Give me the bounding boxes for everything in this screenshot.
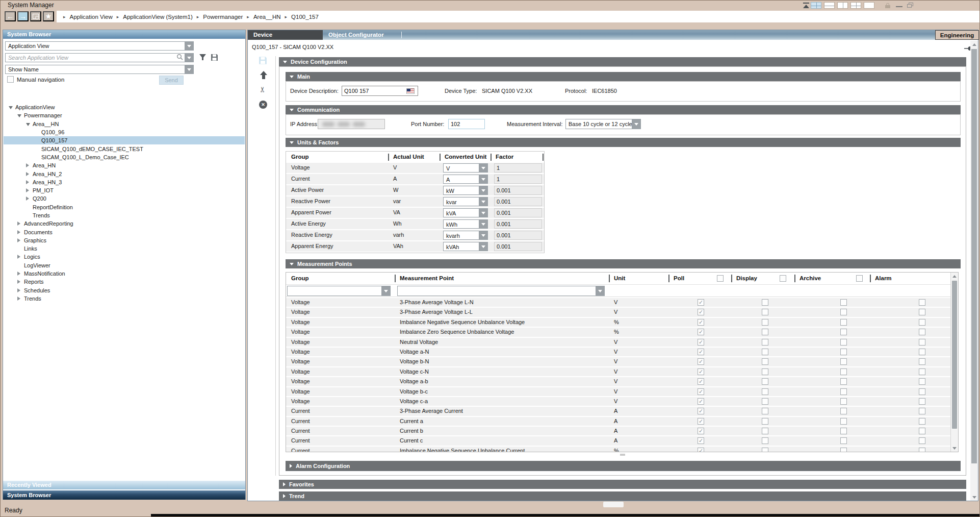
alarm-checkbox[interactable] (919, 388, 925, 395)
alarm-checkbox[interactable] (919, 398, 925, 405)
display-checkbox[interactable] (762, 398, 768, 405)
poll-checkbox[interactable]: ✓ (698, 309, 704, 315)
archive-checkbox[interactable] (840, 448, 847, 452)
section-units-factors[interactable]: Units & Factors (286, 138, 961, 147)
layout-single-button[interactable] (864, 2, 874, 9)
column-display-select-all-checkbox[interactable] (780, 275, 786, 282)
tree-collapsed-icon[interactable] (17, 237, 24, 243)
search-options-chevron-icon[interactable] (185, 54, 193, 62)
forward-button[interactable]: → (17, 11, 29, 21)
save-filter-icon[interactable] (211, 54, 219, 62)
archive-checkbox[interactable] (840, 437, 847, 444)
section-favorites[interactable]: Favorites (279, 480, 966, 489)
measurement-interval-select[interactable]: Base 10 cycle or 12 cycle (565, 119, 641, 129)
horizontal-scrollbar-thumb[interactable] (603, 502, 624, 507)
tree-collapsed-icon[interactable] (26, 162, 33, 168)
poll-checkbox[interactable]: ✓ (698, 319, 704, 326)
poll-checkbox[interactable]: ✓ (698, 448, 704, 452)
tree-item-logviewer[interactable]: LogViewer (4, 261, 245, 269)
tree-item-pm_iot[interactable]: PM_IOT (4, 186, 245, 194)
measurement-point-row[interactable]: VoltageVoltage a-NV✓ (286, 348, 950, 356)
move-up-icon[interactable] (259, 70, 268, 80)
converted-unit-select[interactable]: kWh (443, 219, 488, 229)
alarm-checkbox[interactable] (919, 358, 925, 365)
tree-collapsed-icon[interactable] (17, 287, 24, 293)
tree-item-q100_157[interactable]: Q100_157 (4, 136, 245, 144)
archive-checkbox[interactable] (840, 368, 847, 375)
tree-collapsed-icon[interactable] (17, 279, 24, 285)
poll-checkbox[interactable]: ✓ (698, 378, 704, 385)
poll-checkbox[interactable]: ✓ (698, 388, 704, 395)
ip-address-input[interactable] (318, 119, 385, 129)
display-checkbox[interactable] (762, 339, 768, 346)
alarm-checkbox[interactable] (919, 378, 925, 385)
tree-item-massnotification[interactable]: MassNotification (4, 269, 245, 278)
alarm-checkbox[interactable] (919, 437, 925, 444)
measurement-point-row[interactable]: Voltage3-Phase Average Voltage L-NV✓ (286, 298, 950, 307)
archive-checkbox[interactable] (840, 358, 847, 365)
chevron-down-icon[interactable] (479, 242, 487, 251)
tree-item-area_hn_2[interactable]: Area_HN_2 (4, 169, 245, 178)
chevron-down-icon[interactable] (479, 186, 487, 194)
display-checkbox[interactable] (762, 378, 768, 385)
alarm-checkbox[interactable] (919, 349, 925, 355)
tree-item-reports[interactable]: Reports (4, 278, 245, 286)
display-checkbox[interactable] (762, 329, 768, 335)
chevron-down-icon[interactable] (479, 164, 487, 172)
converted-unit-select[interactable]: V (443, 163, 488, 173)
archive-checkbox[interactable] (840, 349, 847, 355)
display-checkbox[interactable] (762, 349, 768, 355)
system-browser-bar[interactable]: System Browser (3, 490, 245, 500)
display-checkbox[interactable] (762, 358, 768, 365)
measurement-points-scrollbar[interactable] (950, 273, 958, 452)
poll-checkbox[interactable]: ✓ (698, 368, 704, 375)
display-checkbox[interactable] (762, 319, 768, 326)
chevron-down-icon[interactable] (632, 119, 640, 129)
converted-unit-select[interactable]: kVAh (443, 242, 488, 251)
layout-columns-button[interactable] (837, 2, 848, 9)
back-button[interactable]: ← (5, 11, 16, 21)
tree-item-applicationview[interactable]: ApplicationView (4, 103, 245, 111)
measurement-point-filter-select[interactable] (397, 286, 605, 296)
port-number-input[interactable] (448, 119, 485, 129)
measurement-point-row[interactable]: VoltageVoltage b-NV✓ (286, 357, 950, 366)
column-header-group[interactable]: Group (291, 275, 309, 281)
column-header-display[interactable]: Display (736, 275, 757, 281)
collapse-ribbon-icon[interactable] (802, 3, 810, 9)
tree-item-powermanager[interactable]: Powermanager (4, 111, 245, 119)
poll-checkbox[interactable]: ✓ (698, 428, 704, 434)
tree-item-trends[interactable]: Trends (4, 294, 245, 303)
chevron-down-icon[interactable] (479, 175, 487, 183)
chevron-down-icon[interactable] (185, 65, 193, 73)
section-trend[interactable]: Trend (279, 491, 966, 501)
measurement-point-row[interactable]: CurrentCurrent aA✓ (286, 417, 950, 426)
display-checkbox[interactable] (762, 437, 768, 444)
archive-checkbox[interactable] (840, 319, 847, 326)
breadcrumb-item[interactable]: Powermanager (203, 14, 243, 20)
converted-unit-select[interactable]: kvarh (443, 231, 488, 240)
column-header-converted-unit[interactable]: Converted Unit (445, 154, 486, 160)
send-button[interactable]: Send (159, 76, 184, 85)
cut-icon[interactable]: ✂ (258, 85, 267, 94)
tree-item-area__hn[interactable]: Area__HN (4, 120, 245, 128)
section-measurement-points[interactable]: Measurement Points (286, 259, 961, 268)
scrollbar-thumb[interactable] (971, 49, 977, 463)
tree-collapsed-icon[interactable] (26, 171, 33, 177)
manual-navigation-checkbox[interactable] (7, 76, 14, 83)
tab-object-configurator[interactable]: Object Configurator (323, 30, 401, 40)
tree-item-schedules[interactable]: Schedules (4, 286, 245, 294)
alarm-checkbox[interactable] (919, 299, 925, 306)
display-checkbox[interactable] (762, 299, 768, 306)
column-header-actual-unit[interactable]: Actual Unit (393, 154, 424, 160)
restore-button[interactable] (907, 3, 913, 8)
alarm-checkbox[interactable] (919, 309, 925, 315)
alarm-checkbox[interactable] (919, 428, 925, 434)
section-communication[interactable]: Communication (286, 105, 961, 114)
column-header-archive[interactable]: Archive (800, 275, 821, 281)
measurement-point-row[interactable]: VoltageNeutral VoltageV✓ (286, 338, 950, 347)
filter-icon[interactable] (199, 54, 208, 62)
poll-checkbox[interactable]: ✓ (698, 349, 704, 355)
display-checkbox[interactable] (762, 368, 768, 375)
section-device-configuration[interactable]: Device Configuration (279, 57, 966, 66)
tree-collapsed-icon[interactable] (17, 270, 24, 277)
